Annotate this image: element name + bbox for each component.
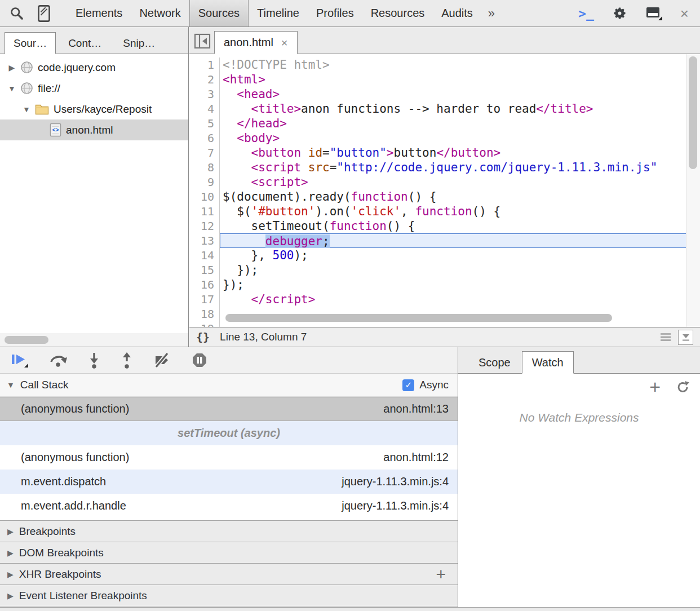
refresh-watch-button[interactable]: [676, 380, 690, 394]
scrollbar-thumb[interactable]: [689, 56, 697, 169]
code-text[interactable]: debugger;: [220, 233, 686, 248]
line-number[interactable]: 12: [189, 219, 220, 233]
code-text[interactable]: <button id="button">button</button>: [220, 145, 686, 160]
tab-network[interactable]: Network: [131, 0, 189, 26]
tab-elements[interactable]: Elements: [67, 0, 131, 26]
line-number[interactable]: 19: [189, 321, 220, 327]
dock-side-icon[interactable]: [645, 6, 662, 21]
sidebar-tab-snip[interactable]: Snip…: [114, 32, 164, 54]
code-text[interactable]: $(document).ready(function() {: [220, 189, 686, 204]
more-tabs-chevron[interactable]: »: [481, 6, 502, 21]
frame-location[interactable]: jquery-1.11.3.min.js:4: [342, 475, 449, 488]
line-number[interactable]: 9: [189, 175, 220, 189]
code-text[interactable]: <head>: [220, 87, 686, 101]
expander-icon[interactable]: ▼: [19, 105, 34, 114]
line-number[interactable]: 5: [189, 116, 220, 131]
inspect-element-icon[interactable]: [9, 6, 24, 21]
code-text[interactable]: <html>: [220, 72, 686, 87]
section-collapsed-icon[interactable]: ▶: [7, 591, 14, 600]
scrollbar-thumb[interactable]: [5, 336, 48, 344]
line-number[interactable]: 3: [189, 87, 220, 101]
sidebar-tab-sour[interactable]: Sour…: [5, 32, 56, 54]
line-number[interactable]: 2: [189, 72, 220, 87]
code-editor[interactable]: 1<!DOCTYPE html>2<html>3 <head>4 <title>…: [189, 54, 700, 327]
tab-profiles[interactable]: Profiles: [308, 0, 362, 26]
line-number[interactable]: 14: [189, 248, 220, 263]
tree-item-users-kayce-reposit[interactable]: ▼ Users/kayce/Reposit: [0, 99, 188, 119]
frame-location[interactable]: anon.html:13: [383, 402, 449, 415]
tree-item-file[interactable]: ▼ file://: [0, 78, 188, 99]
line-number[interactable]: 7: [189, 145, 220, 160]
callstack-frame-anonymous-function-anon-html-13[interactable]: (anonymous function)anon.html:13: [0, 397, 458, 421]
editor-horizontal-scrollbar-thumb[interactable]: [225, 314, 612, 322]
tab-scope[interactable]: Scope: [468, 351, 521, 374]
code-text[interactable]: <script src="http://code.jquery.com/jque…: [220, 160, 686, 175]
close-devtools-icon[interactable]: ×: [680, 6, 689, 21]
code-text[interactable]: });: [220, 263, 686, 277]
callstack-frame-m-event-dispatch-jquery-1-11-3-min-js-4[interactable]: m.event.dispatchjquery-1.11.3.min.js:4: [0, 470, 458, 494]
line-number[interactable]: 1: [189, 57, 220, 72]
code-text[interactable]: </head>: [220, 116, 686, 131]
code-text[interactable]: }, 500);: [220, 248, 686, 263]
line-number[interactable]: 15: [189, 263, 220, 277]
section-collapsed-icon[interactable]: ▶: [7, 570, 14, 579]
close-tab-icon[interactable]: ×: [281, 37, 288, 48]
add-watch-expression-button[interactable]: +: [649, 380, 661, 394]
add-xhr-breakpoint-button[interactable]: +: [436, 568, 450, 580]
settings-gear-icon[interactable]: [612, 6, 627, 21]
editor-vertical-scrollbar[interactable]: [686, 54, 700, 327]
step-out-button[interactable]: [121, 352, 133, 369]
editor-tab-anon-html[interactable]: anon.html ×: [214, 31, 298, 54]
expander-icon[interactable]: ▶: [5, 63, 19, 72]
section-breakpoints[interactable]: ▶Breakpoints: [0, 520, 458, 542]
pretty-print-icon[interactable]: {}: [196, 330, 210, 344]
frame-location[interactable]: jquery-1.11.3.min.js:4: [342, 499, 449, 512]
line-number[interactable]: 4: [189, 101, 220, 116]
section-expand-icon[interactable]: ▼: [7, 380, 15, 389]
sidebar-tab-cont[interactable]: Cont…: [59, 32, 110, 54]
expander-icon[interactable]: ▼: [5, 84, 19, 93]
section-xhr-breakpoints[interactable]: ▶XHR Breakpoints+: [0, 563, 458, 585]
code-text[interactable]: <body>: [220, 131, 686, 145]
resume-script-button[interactable]: [10, 352, 28, 368]
line-number[interactable]: 6: [189, 131, 220, 145]
callstack-frame-anonymous-function-anon-html-12[interactable]: (anonymous function)anon.html:12: [0, 445, 458, 470]
code-text[interactable]: setTimeout(function() {: [220, 219, 686, 233]
code-text[interactable]: $('#button').on('click', function() {: [220, 204, 686, 219]
tree-item-code-jquery-com[interactable]: ▶ code.jquery.com: [0, 57, 188, 78]
console-drawer-icon[interactable]: >_: [578, 6, 594, 21]
code-text[interactable]: <!DOCTYPE html>: [220, 57, 686, 72]
code-text[interactable]: </script>: [220, 292, 686, 307]
line-number[interactable]: 17: [189, 292, 220, 307]
callstack-header[interactable]: ▼ Call Stack ✓ Async: [0, 374, 458, 397]
async-checkbox[interactable]: ✓: [402, 379, 414, 391]
frame-location[interactable]: anon.html:12: [383, 451, 449, 464]
tree-item-anon-html[interactable]: <> anon.html: [0, 119, 188, 140]
line-number[interactable]: 8: [189, 160, 220, 175]
tab-watch[interactable]: Watch: [522, 351, 574, 374]
section-collapsed-icon[interactable]: ▶: [7, 527, 14, 536]
tab-audits[interactable]: Audits: [433, 0, 481, 26]
deactivate-breakpoints-button[interactable]: [153, 352, 171, 368]
device-mode-icon[interactable]: [38, 5, 50, 22]
callstack-frame-m-event-add-r-handle-jquery-1-11-3-min-js-4[interactable]: m.event.add.r.handlejquery-1.11.3.min.js…: [0, 494, 458, 518]
toggle-drawer-button[interactable]: [678, 330, 693, 345]
section-collapsed-icon[interactable]: ▶: [7, 548, 14, 557]
section-event-listener-breakpoints[interactable]: ▶Event Listener Breakpoints: [0, 585, 458, 606]
section-dom-breakpoints[interactable]: ▶DOM Breakpoints: [0, 542, 458, 563]
collapse-sidebar-icon[interactable]: [194, 33, 211, 49]
step-into-button[interactable]: [88, 352, 100, 369]
code-text[interactable]: });: [220, 277, 686, 292]
line-number[interactable]: 18: [189, 307, 220, 321]
drawer-edge-bar[interactable]: [0, 607, 700, 611]
tab-sources[interactable]: Sources: [189, 0, 249, 26]
line-number[interactable]: 10: [189, 189, 220, 204]
tab-timeline[interactable]: Timeline: [249, 0, 308, 26]
code-text[interactable]: <title>anon functions --> harder to read…: [220, 101, 686, 116]
tab-resources[interactable]: Resources: [362, 0, 433, 26]
code-text[interactable]: <script>: [220, 175, 686, 189]
line-number[interactable]: 13: [189, 233, 220, 248]
line-number[interactable]: 16: [189, 277, 220, 292]
sidebar-horizontal-scrollbar[interactable]: [0, 333, 188, 347]
pause-on-exceptions-button[interactable]: [192, 352, 207, 368]
